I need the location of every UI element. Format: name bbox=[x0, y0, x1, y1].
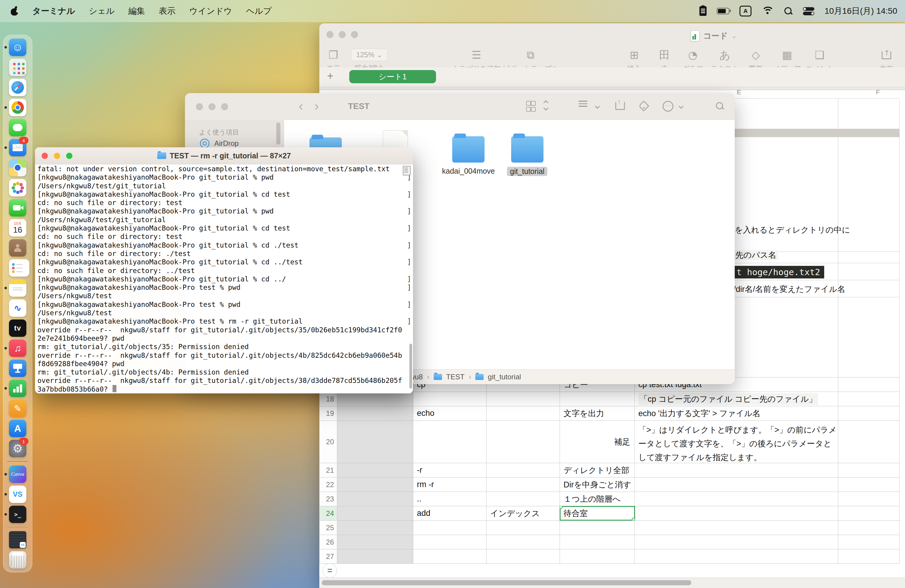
cell[interactable]: echo '出力する文字' > ファイル名 bbox=[635, 406, 838, 420]
cell[interactable]: .. bbox=[413, 492, 487, 506]
apple-menu[interactable] bbox=[11, 6, 19, 16]
cell[interactable] bbox=[413, 521, 487, 535]
close-button[interactable] bbox=[327, 31, 333, 38]
dock-item-numbers[interactable] bbox=[9, 380, 26, 397]
horizontal-scrollbar[interactable] bbox=[322, 580, 691, 585]
cell[interactable]: rm -r bbox=[413, 478, 487, 492]
row-header-25[interactable]: 25 bbox=[320, 521, 337, 535]
cell[interactable] bbox=[337, 521, 413, 535]
cell[interactable] bbox=[838, 521, 900, 535]
cell[interactable] bbox=[337, 549, 413, 563]
back-button[interactable]: ‹ bbox=[298, 99, 303, 113]
cell[interactable] bbox=[838, 406, 900, 420]
cell[interactable] bbox=[337, 421, 413, 463]
cell[interactable] bbox=[838, 392, 900, 406]
cell[interactable] bbox=[560, 392, 635, 406]
menu-item-app[interactable]: ターミナル bbox=[32, 5, 75, 17]
cell[interactable] bbox=[635, 478, 838, 492]
cell[interactable] bbox=[560, 549, 635, 563]
dock-item-freeform[interactable]: ∿ bbox=[9, 299, 26, 317]
cell[interactable] bbox=[635, 549, 838, 563]
row-header-24[interactable]: 24 bbox=[320, 506, 337, 520]
row-header-21[interactable]: 21 bbox=[320, 463, 337, 477]
row-header-27[interactable]: 27 bbox=[320, 549, 337, 563]
dock-item-terminal[interactable]: >_ bbox=[9, 506, 26, 523]
close-button[interactable] bbox=[196, 103, 203, 110]
clipboard-status-icon[interactable] bbox=[699, 6, 707, 16]
cell[interactable] bbox=[337, 535, 413, 549]
zoom-button[interactable] bbox=[351, 31, 358, 38]
control-center-icon[interactable] bbox=[803, 6, 814, 16]
cell[interactable]: Dirを中身ごと消す bbox=[560, 478, 635, 492]
cell[interactable] bbox=[487, 463, 560, 477]
terminal-output[interactable]: fatal: not under version control, source… bbox=[35, 164, 413, 393]
spotlight-search-icon[interactable] bbox=[784, 6, 793, 16]
cell[interactable] bbox=[635, 492, 838, 506]
dock-item-launchpad[interactable] bbox=[9, 59, 26, 76]
cell[interactable] bbox=[838, 535, 900, 549]
cell[interactable] bbox=[337, 406, 413, 420]
cell[interactable]: １つ上の階層へ bbox=[560, 492, 635, 506]
selected-cell[interactable]: 待合室 bbox=[560, 506, 635, 520]
breadcrumb-item[interactable]: TEST bbox=[446, 373, 464, 381]
quick-calc-button[interactable]: = bbox=[322, 563, 337, 578]
dock-item-vscode[interactable]: VS bbox=[9, 486, 26, 503]
add-sheet-button[interactable]: + bbox=[327, 70, 333, 82]
chevron-down-icon[interactable]: ⌄ bbox=[732, 32, 737, 40]
cell[interactable] bbox=[487, 549, 560, 563]
cell[interactable] bbox=[635, 535, 838, 549]
cell[interactable]: ディレクトリ全部 bbox=[560, 463, 635, 477]
dock-item-contacts[interactable] bbox=[9, 239, 26, 257]
menu-item-2[interactable]: 編集 bbox=[129, 5, 145, 17]
breadcrumb-item[interactable]: git_tutorial bbox=[488, 373, 521, 381]
menu-item-4[interactable]: ウインドウ bbox=[189, 5, 232, 17]
dock-item-mail[interactable]: 4 bbox=[9, 139, 26, 156]
icon-view-button[interactable] bbox=[526, 101, 535, 112]
sidebar-item-airdrop[interactable]: AirDrop bbox=[200, 138, 238, 148]
forward-button[interactable]: › bbox=[314, 99, 319, 113]
cell[interactable] bbox=[337, 392, 413, 406]
dock-item-safari[interactable] bbox=[9, 79, 26, 96]
group-view-button[interactable] bbox=[578, 99, 587, 108]
cell[interactable] bbox=[635, 521, 838, 535]
cell[interactable]: 「>」はリダイレクトと呼びます。「>」の前にパラメータとして渡す文字を、「>」の… bbox=[635, 421, 838, 463]
terminal-window[interactable]: TEST — rm -r git_tutorial — 87×27 fatal:… bbox=[35, 147, 413, 393]
row-header-23[interactable]: 23 bbox=[320, 492, 337, 506]
cell[interactable] bbox=[635, 506, 838, 520]
cell-fragment-path[interactable]: 先のパス名 bbox=[734, 250, 778, 260]
cell[interactable] bbox=[838, 478, 900, 492]
dock-item-photos[interactable] bbox=[9, 179, 26, 196]
battery-icon[interactable] bbox=[717, 8, 729, 14]
column-header-e[interactable]: E bbox=[737, 89, 741, 96]
cell[interactable] bbox=[838, 492, 900, 506]
cell[interactable] bbox=[487, 406, 560, 420]
dock-item-notes[interactable] bbox=[9, 279, 26, 297]
minimize-button[interactable] bbox=[54, 153, 60, 159]
dock-item-finder[interactable]: ☺ bbox=[9, 39, 26, 56]
zoom-level-button[interactable]: 125% ⌄ bbox=[351, 49, 387, 61]
menu-item-3[interactable]: 表示 bbox=[159, 5, 176, 17]
cell[interactable] bbox=[838, 549, 900, 563]
cell[interactable] bbox=[838, 506, 900, 520]
cell[interactable] bbox=[337, 478, 413, 492]
dock-item-trash[interactable] bbox=[9, 551, 26, 569]
input-source-icon[interactable]: A bbox=[740, 6, 751, 16]
dock-item-settings[interactable]: ⚙1 bbox=[9, 440, 26, 457]
row-header-20[interactable]: 20 bbox=[320, 421, 337, 463]
dock-item-keynote[interactable] bbox=[9, 359, 26, 377]
dock-item-canva[interactable]: Canva bbox=[9, 466, 26, 483]
cell-fragment-rename[interactable]: /dir名/名前を変えたファイル名 bbox=[734, 284, 845, 295]
dock-item-facetime[interactable] bbox=[9, 199, 26, 216]
menu-item-5[interactable]: ヘルプ bbox=[246, 5, 272, 17]
cell[interactable]: 補足 bbox=[560, 421, 635, 463]
chevron-down-icon[interactable] bbox=[595, 104, 599, 109]
cell[interactable] bbox=[487, 421, 560, 463]
cell[interactable]: 「cp コピー元のファイル コピー先のファイル」 bbox=[635, 392, 838, 406]
cell[interactable] bbox=[560, 535, 635, 549]
minimize-button[interactable] bbox=[209, 103, 216, 110]
dock-item-minimized-window[interactable]: VS bbox=[9, 531, 26, 548]
tab-sheet1[interactable]: シート1 bbox=[349, 70, 436, 83]
minimize-button[interactable] bbox=[339, 31, 346, 38]
dock-item-messages[interactable] bbox=[9, 119, 26, 136]
dock-item-appstore[interactable]: A bbox=[9, 420, 26, 437]
